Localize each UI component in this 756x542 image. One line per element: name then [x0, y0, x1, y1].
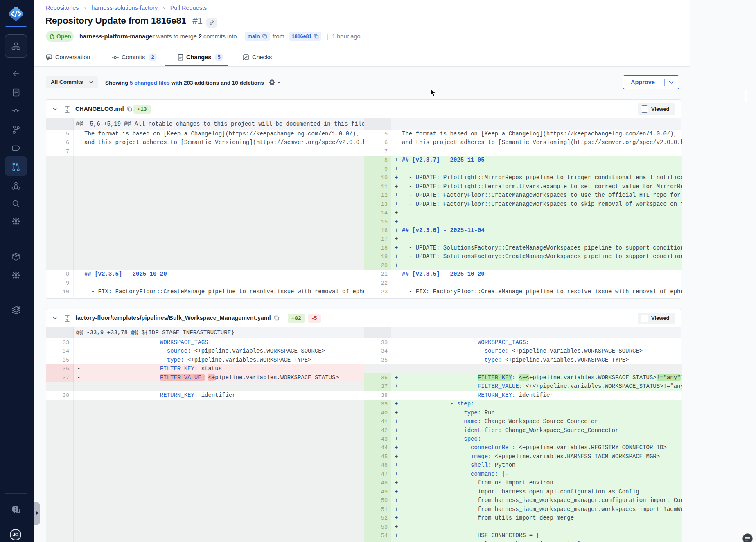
svg-text:?: ? — [14, 507, 16, 511]
